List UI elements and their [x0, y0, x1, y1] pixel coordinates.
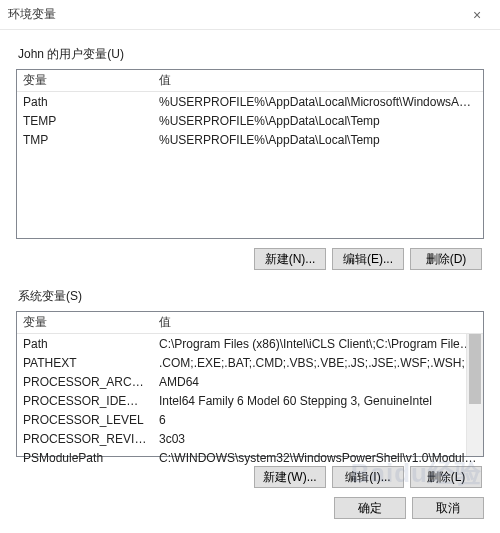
window-title: 环境变量 — [8, 6, 462, 23]
system-vars-list[interactable]: 变量 值 Path C:\Program Files (x86)\Intel\i… — [16, 311, 484, 457]
var-name: PROCESSOR_REVISION — [17, 432, 153, 446]
var-value: %USERPROFILE%\AppData\Local\Temp — [153, 133, 483, 147]
col-header-name[interactable]: 变量 — [17, 314, 153, 331]
system-delete-button[interactable]: 删除(L) — [410, 466, 482, 488]
system-vars-header: 变量 值 — [17, 312, 483, 334]
table-row[interactable]: TEMP %USERPROFILE%\AppData\Local\Temp — [17, 111, 483, 130]
var-value: %USERPROFILE%\AppData\Local\Temp — [153, 114, 483, 128]
system-edit-button[interactable]: 编辑(I)... — [332, 466, 404, 488]
var-name: Path — [17, 337, 153, 351]
scrollbar[interactable] — [466, 334, 483, 456]
titlebar: 环境变量 × — [0, 0, 500, 30]
var-value: Intel64 Family 6 Model 60 Stepping 3, Ge… — [153, 394, 483, 408]
user-vars-list[interactable]: 变量 值 Path %USERPROFILE%\AppData\Local\Mi… — [16, 69, 484, 239]
cancel-button[interactable]: 取消 — [412, 497, 484, 519]
close-icon[interactable]: × — [462, 7, 492, 23]
var-value: 3c03 — [153, 432, 483, 446]
scrollbar-thumb[interactable] — [469, 334, 481, 404]
var-value: AMD64 — [153, 375, 483, 389]
var-name: TEMP — [17, 114, 153, 128]
user-vars-buttons: 新建(N)... 编辑(E)... 删除(D) — [16, 248, 482, 270]
var-name: PATHEXT — [17, 356, 153, 370]
user-delete-button[interactable]: 删除(D) — [410, 248, 482, 270]
table-row[interactable]: PROCESSOR_LEVEL 6 — [17, 410, 483, 429]
var-name: TMP — [17, 133, 153, 147]
var-name: PROCESSOR_LEVEL — [17, 413, 153, 427]
col-header-value[interactable]: 值 — [153, 314, 483, 331]
var-name: Path — [17, 95, 153, 109]
user-vars-body: Path %USERPROFILE%\AppData\Local\Microso… — [17, 92, 483, 149]
system-vars-buttons: 新建(W)... 编辑(I)... 删除(L) — [16, 466, 482, 488]
var-name: PROCESSOR_ARCHITECTURE — [17, 375, 153, 389]
system-vars-section: 系统变量(S) 变量 值 Path C:\Program Files (x86)… — [16, 288, 484, 488]
col-header-name[interactable]: 变量 — [17, 72, 153, 89]
var-value: C:\Program Files (x86)\Intel\iCLS Client… — [153, 337, 483, 351]
user-vars-label: John 的用户变量(U) — [18, 46, 484, 63]
var-value: .COM;.EXE;.BAT;.CMD;.VBS;.VBE;.JS;.JSE;.… — [153, 356, 483, 370]
user-edit-button[interactable]: 编辑(E)... — [332, 248, 404, 270]
var-value: 6 — [153, 413, 483, 427]
var-name: PSModulePath — [17, 451, 153, 465]
dialog-content: John 的用户变量(U) 变量 值 Path %USERPROFILE%\Ap… — [0, 30, 500, 488]
var-name: PROCESSOR_IDENTIFIER — [17, 394, 153, 408]
table-row[interactable]: TMP %USERPROFILE%\AppData\Local\Temp — [17, 130, 483, 149]
dialog-footer: 确定 取消 — [0, 486, 500, 533]
col-header-value[interactable]: 值 — [153, 72, 483, 89]
var-value: %USERPROFILE%\AppData\Local\Microsoft\Wi… — [153, 95, 483, 109]
var-value: C:\WINDOWS\system32\WindowsPowerShell\v1… — [153, 451, 483, 465]
user-vars-section: John 的用户变量(U) 变量 值 Path %USERPROFILE%\Ap… — [16, 46, 484, 270]
table-row[interactable]: Path %USERPROFILE%\AppData\Local\Microso… — [17, 92, 483, 111]
table-row[interactable]: PROCESSOR_ARCHITECTURE AMD64 — [17, 372, 483, 391]
system-new-button[interactable]: 新建(W)... — [254, 466, 326, 488]
table-row[interactable]: Path C:\Program Files (x86)\Intel\iCLS C… — [17, 334, 483, 353]
table-row[interactable]: PROCESSOR_IDENTIFIER Intel64 Family 6 Mo… — [17, 391, 483, 410]
table-row[interactable]: PROCESSOR_REVISION 3c03 — [17, 429, 483, 448]
user-vars-header: 变量 值 — [17, 70, 483, 92]
system-vars-label: 系统变量(S) — [18, 288, 484, 305]
user-new-button[interactable]: 新建(N)... — [254, 248, 326, 270]
system-vars-body: Path C:\Program Files (x86)\Intel\iCLS C… — [17, 334, 483, 467]
table-row[interactable]: PSModulePath C:\WINDOWS\system32\Windows… — [17, 448, 483, 467]
table-row[interactable]: PATHEXT .COM;.EXE;.BAT;.CMD;.VBS;.VBE;.J… — [17, 353, 483, 372]
ok-button[interactable]: 确定 — [334, 497, 406, 519]
